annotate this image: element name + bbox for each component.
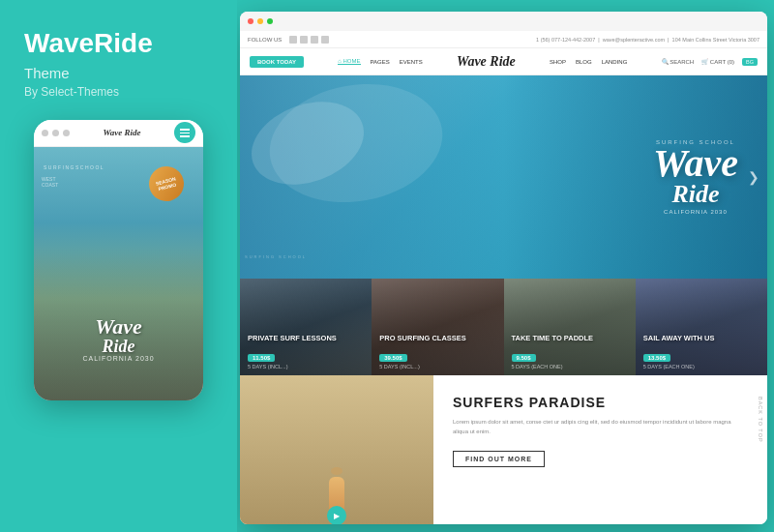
cards-section: PRIVATE SURF LESSONS 11.50$ 5 DAYS (INCL… [240, 279, 767, 375]
nav-landing[interactable]: LANDING [602, 59, 628, 65]
book-today-button[interactable]: BOOK TODAY [250, 56, 304, 68]
mobile-dot-1 [42, 130, 48, 136]
desktop-top-info: FOLLOW US 1 (56) 077-124-442-2007 | wave… [240, 31, 767, 48]
nav-home[interactable]: ⌂ HOME [338, 58, 360, 65]
follow-us-label: FOLLOW US [248, 37, 282, 43]
mobile-location: California 2030 [82, 355, 154, 362]
surfer-head [331, 467, 342, 475]
brand-by: By Select-Themes [24, 85, 213, 99]
back-to-top[interactable]: BACK TO TOP [754, 393, 767, 447]
card-1-duration: 5 DAYS (INCL...) [248, 364, 364, 369]
card-1[interactable]: PRIVATE SURF LESSONS 11.50$ 5 DAYS (INCL… [240, 279, 372, 375]
browser-dot-yellow [257, 18, 263, 24]
bottom-surfer-bg: ▶ [240, 375, 433, 524]
menu-line-1 [180, 129, 190, 131]
mobile-mockup: Wave Ride Season Promo SURFINGSCHOOL WES… [34, 120, 203, 400]
nav-events[interactable]: EVENTS [400, 59, 423, 65]
browser-dot-green [267, 18, 273, 24]
card-2-content: PRO SURFING CLASSES 39.50$ 5 DAYS (INCL.… [372, 328, 503, 375]
card-4-title: SAIL AWAY WITH US [643, 334, 759, 342]
bg-button[interactable]: BG [742, 58, 758, 66]
social-icon-4[interactable] [321, 36, 329, 44]
mobile-dot-2 [52, 130, 59, 136]
nav-shop[interactable]: SHOP [550, 59, 566, 65]
card-2-price: 39.50$ [379, 354, 406, 362]
address: 104 Main Collins Street Victoria 3007 [672, 37, 759, 43]
left-panel: WaveRide Theme By Select-Themes Wave Rid… [0, 0, 237, 532]
card-3[interactable]: TAKE TIME TO PADDLE 9.50$ 5 DAYS (EACH O… [504, 279, 636, 375]
season-badge: Season Promo [145, 163, 188, 205]
card-1-title: PRIVATE SURF LESSONS [248, 334, 364, 342]
search-link[interactable]: 🔍 SEARCH [662, 58, 695, 65]
card-3-duration: 5 DAYS (EACH ONE) [512, 364, 628, 369]
section-description: Lorem ipsum dolor sit amet, conse ctet u… [453, 418, 748, 436]
find-out-more-button[interactable]: FIND OUT MORE [453, 451, 545, 467]
social-icons [289, 36, 329, 44]
social-icon-2[interactable] [300, 36, 308, 44]
brand-subtitle: Theme [24, 65, 213, 81]
nav-links: ⌂ HOME PAGES EVENTS [338, 58, 423, 65]
nav-blog[interactable]: BLOG [576, 59, 592, 65]
play-icon: ▶ [334, 512, 340, 520]
mobile-logo: Wave Ride [103, 128, 140, 137]
card-4-content: SAIL AWAY WITH US 13.50$ 5 DAYS (EACH ON… [636, 328, 767, 375]
mobile-top-bar: Wave Ride [34, 120, 203, 147]
card-2-duration: 5 DAYS (INCL...) [379, 364, 495, 369]
card-3-content: TAKE TIME TO PADDLE 9.50$ 5 DAYS (EACH O… [504, 328, 636, 375]
mobile-ride-text: Ride [82, 338, 154, 355]
card-2[interactable]: PRO SURFING CLASSES 39.50$ 5 DAYS (INCL.… [372, 279, 503, 375]
card-4[interactable]: SAIL AWAY WITH US 13.50$ 5 DAYS (EACH ON… [636, 279, 767, 375]
desktop-mockup: FOLLOW US 1 (56) 077-124-442-2007 | wave… [240, 12, 767, 524]
mobile-wave-logo: Wave Ride California 2030 [82, 316, 154, 362]
card-3-title: TAKE TIME TO PADDLE [512, 334, 628, 342]
bottom-left-image: ▶ [240, 375, 433, 524]
browser-bar [240, 12, 767, 31]
hero-location: California 2030 [653, 209, 738, 215]
mobile-wave-text: Wave [82, 316, 154, 338]
desktop-nav: BOOK TODAY ⌂ HOME PAGES EVENTS Wave Ride… [240, 48, 767, 75]
social-icon-1[interactable] [289, 36, 297, 44]
menu-line-3 [180, 135, 190, 137]
card-4-price: 13.50$ [643, 354, 670, 362]
email: wave@splenteractive.com [603, 37, 665, 43]
hero-school-label: SURFING SCHOOL [245, 254, 307, 259]
menu-line-2 [180, 133, 190, 134]
mobile-menu-icon[interactable] [174, 122, 195, 143]
nav-right: 🔍 SEARCH 🛒 CART (0) BG [662, 58, 758, 66]
phone: 1 (56) 077-124-442-2007 [536, 37, 595, 43]
card-1-price: 11.50$ [248, 354, 275, 362]
top-info-left: FOLLOW US [248, 36, 329, 44]
brand-title: WaveRide [24, 29, 213, 59]
mobile-bg: Season Promo SURFINGSCHOOL WESTCOAST [34, 147, 203, 400]
mobile-image-area: Season Promo SURFINGSCHOOL WESTCOAST Wav… [34, 147, 203, 400]
mobile-dot-3 [63, 130, 70, 136]
mobile-school-text: SURFINGSCHOOL [44, 164, 104, 170]
bottom-right-content: SURFERS PARADISE Lorem ipsum dolor sit a… [433, 375, 767, 524]
hero-content: SURFING SCHOOL Wave Ride California 2030 [653, 139, 738, 215]
nav-links-right: SHOP BLOG LANDING [550, 59, 627, 65]
mobile-west-coast: WESTCOAST [42, 176, 58, 188]
hero-nav-arrow[interactable]: ❯ [748, 169, 759, 185]
desktop-hero: SURFING SCHOOL SURFING SCHOOL Wave Ride … [240, 75, 767, 279]
social-icon-3[interactable] [311, 36, 318, 44]
cart-link[interactable]: 🛒 CART (0) [701, 58, 734, 65]
card-3-price: 9.50$ [512, 354, 536, 362]
hero-wave-logo: Wave [653, 147, 738, 180]
section-title: SURFERS PARADISE [453, 395, 748, 410]
card-1-content: PRIVATE SURF LESSONS 11.50$ 5 DAYS (INCL… [240, 328, 372, 375]
nav-pages[interactable]: PAGES [371, 59, 390, 65]
nav-logo: Wave Ride [457, 54, 516, 70]
card-2-title: PRO SURFING CLASSES [379, 334, 495, 342]
contact-info: 1 (56) 077-124-442-2007 | wave@splentera… [536, 37, 759, 43]
browser-dot-red [248, 18, 253, 24]
card-4-duration: 5 DAYS (EACH ONE) [643, 364, 759, 369]
play-button[interactable]: ▶ [327, 506, 346, 524]
desktop-bottom: ▶ SURFERS PARADISE Lorem ipsum dolor sit… [240, 375, 767, 524]
mobile-dots [42, 130, 70, 136]
